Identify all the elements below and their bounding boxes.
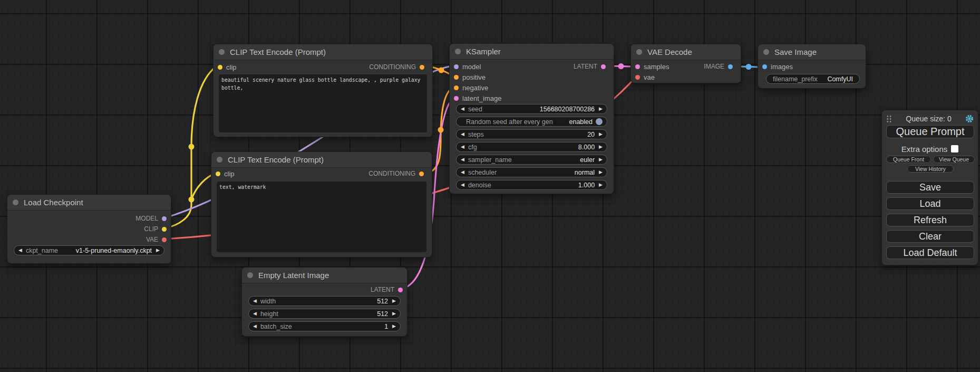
output-port-model[interactable] xyxy=(162,216,167,221)
toggle-enabled-icon[interactable] xyxy=(596,118,603,125)
output-label-vae: VAE xyxy=(146,236,158,243)
next-arrow-icon[interactable]: ▶ xyxy=(599,157,603,162)
negative-prompt-textarea[interactable]: text, watermark xyxy=(217,182,426,252)
view-queue-button[interactable]: View Queue xyxy=(933,156,975,163)
prev-arrow-icon[interactable]: ◀ xyxy=(253,324,257,329)
prev-arrow-icon[interactable]: ◀ xyxy=(461,183,464,187)
next-arrow-icon[interactable]: ▶ xyxy=(599,107,603,111)
input-port-latent-image[interactable] xyxy=(454,96,459,101)
node-ksampler[interactable]: KSampler model LATENT positive negative … xyxy=(449,43,614,194)
prev-arrow-icon[interactable]: ◀ xyxy=(461,170,464,175)
node-header[interactable]: CLIP Text Encode (Prompt) xyxy=(214,44,432,60)
view-history-button[interactable]: View History xyxy=(907,165,954,173)
steps-widget[interactable]: ◀ steps 20 ▶ xyxy=(456,129,607,139)
input-label-vae: vae xyxy=(644,73,655,81)
batch-size-widget[interactable]: ◀ batch_size 1 ▶ xyxy=(248,321,401,331)
cfg-widget[interactable]: ◀ cfg 8.000 ▶ xyxy=(456,142,607,152)
output-port-latent[interactable] xyxy=(398,288,403,292)
seed-widget[interactable]: ◀ seed 156680208700286 ▶ xyxy=(456,104,607,114)
queue-front-button[interactable]: Queue Front xyxy=(886,156,931,163)
queue-prompt-button[interactable]: Queue Prompt xyxy=(886,125,974,138)
node-load-checkpoint[interactable]: Load Checkpoint MODEL CLIP VAE ◀ ckpt_na… xyxy=(7,194,171,264)
input-port-positive[interactable] xyxy=(454,75,459,80)
output-port-clip[interactable] xyxy=(162,227,167,232)
drag-handle-icon[interactable] xyxy=(886,115,892,123)
node-header[interactable]: CLIP Text Encode (Prompt) xyxy=(211,152,432,168)
prev-arrow-icon[interactable]: ◀ xyxy=(461,157,464,162)
output-port-latent[interactable] xyxy=(601,64,606,69)
prev-arrow-icon[interactable]: ◀ xyxy=(253,299,257,303)
input-port-model[interactable] xyxy=(454,64,459,69)
prev-arrow-icon[interactable]: ◀ xyxy=(461,107,464,111)
input-port-samples[interactable] xyxy=(635,64,640,69)
next-arrow-icon[interactable]: ▶ xyxy=(392,311,396,316)
collapse-dot-icon[interactable] xyxy=(217,157,222,163)
node-header[interactable]: Load Checkpoint xyxy=(7,195,171,211)
next-arrow-icon[interactable]: ▶ xyxy=(599,132,603,137)
collapse-dot-icon[interactable] xyxy=(455,49,461,54)
positive-prompt-textarea[interactable]: beautiful scenery nature glass bottle la… xyxy=(219,74,427,132)
node-header[interactable]: KSampler xyxy=(450,44,614,60)
widget-value: 8.000 xyxy=(578,144,595,151)
prev-arrow-icon[interactable]: ◀ xyxy=(461,145,464,149)
next-arrow-icon[interactable]: ▶ xyxy=(156,248,160,253)
load-default-button[interactable]: Load Default xyxy=(886,246,974,259)
reroute-dot-positive[interactable] xyxy=(439,68,444,73)
denoise-widget[interactable]: ◀ denoise 1.000 ▶ xyxy=(456,180,607,190)
node-graph-canvas[interactable]: Load Checkpoint MODEL CLIP VAE ◀ ckpt_na… xyxy=(0,0,980,372)
node-clip-text-encode-negative[interactable]: CLIP Text Encode (Prompt) clip CONDITION… xyxy=(211,151,432,257)
output-port-vae[interactable] xyxy=(162,237,167,242)
node-title: Empty Latent Image xyxy=(258,271,329,280)
settings-gear-icon[interactable] xyxy=(965,115,974,123)
output-port-conditioning[interactable] xyxy=(420,65,424,70)
next-arrow-icon[interactable]: ▶ xyxy=(392,324,396,329)
input-port-negative[interactable] xyxy=(454,85,459,90)
sampler-name-widget[interactable]: ◀ sampler_name euler ▶ xyxy=(456,155,607,165)
prev-arrow-icon[interactable]: ◀ xyxy=(461,132,464,137)
reroute-dot-latent[interactable] xyxy=(618,63,624,69)
node-save-image[interactable]: Save Image images filename_prefix ComfyU… xyxy=(758,44,866,89)
output-port-conditioning[interactable] xyxy=(419,171,424,176)
input-port-vae[interactable] xyxy=(635,75,640,80)
reroute-dot-negative[interactable] xyxy=(438,127,444,133)
input-label-clip: clip xyxy=(226,63,237,71)
node-header[interactable]: Empty Latent Image xyxy=(242,268,407,283)
height-widget[interactable]: ◀ height 512 ▶ xyxy=(248,309,401,319)
random-seed-toggle-widget[interactable]: Random seed after every gen enabled xyxy=(456,117,607,127)
node-vae-decode[interactable]: VAE Decode samples IMAGE vae xyxy=(630,44,741,83)
width-widget[interactable]: ◀ width 512 ▶ xyxy=(248,296,401,306)
collapse-dot-icon[interactable] xyxy=(247,272,253,278)
collapse-dot-icon[interactable] xyxy=(636,49,642,55)
next-arrow-icon[interactable]: ▶ xyxy=(599,183,603,187)
prev-arrow-icon[interactable]: ◀ xyxy=(18,248,22,253)
input-port-images[interactable] xyxy=(762,64,767,69)
collapse-dot-icon[interactable] xyxy=(219,49,225,55)
collapse-dot-icon[interactable] xyxy=(13,199,18,205)
node-clip-text-encode-positive[interactable]: CLIP Text Encode (Prompt) clip CONDITION… xyxy=(213,44,433,137)
widget-value: 512 xyxy=(377,310,388,318)
refresh-button[interactable]: Refresh xyxy=(886,214,974,226)
node-header[interactable]: Save Image xyxy=(758,44,866,60)
node-header[interactable]: VAE Decode xyxy=(631,44,741,60)
next-arrow-icon[interactable]: ▶ xyxy=(599,170,603,175)
output-port-image[interactable] xyxy=(728,64,733,69)
collapse-dot-icon[interactable] xyxy=(763,49,769,55)
scheduler-widget[interactable]: ◀ scheduler normal ▶ xyxy=(456,167,607,177)
input-port-clip[interactable] xyxy=(218,65,222,70)
widget-label: height xyxy=(260,310,278,318)
filename-prefix-widget[interactable]: filename_prefix ComfyUI xyxy=(766,74,860,84)
next-arrow-icon[interactable]: ▶ xyxy=(599,145,603,149)
load-button[interactable]: Load xyxy=(886,197,974,210)
next-arrow-icon[interactable]: ▶ xyxy=(392,299,396,303)
node-empty-latent-image[interactable]: Empty Latent Image LATENT ◀ width 512 ▶ … xyxy=(241,267,407,337)
prev-arrow-icon[interactable]: ◀ xyxy=(253,311,257,316)
output-label-clip: CLIP xyxy=(144,225,158,233)
extra-options-checkbox[interactable] xyxy=(951,145,958,152)
save-button[interactable]: Save xyxy=(886,181,974,194)
input-port-clip[interactable] xyxy=(216,171,220,176)
reroute-dot-image[interactable] xyxy=(746,64,752,70)
ckpt-name-widget[interactable]: ◀ ckpt_name v1-5-pruned-emaonly.ckpt ▶ xyxy=(14,245,164,255)
reroute-dot-clip-upper[interactable] xyxy=(189,144,195,150)
reroute-dot-clip-lower[interactable] xyxy=(189,197,195,203)
clear-button[interactable]: Clear xyxy=(886,230,974,243)
